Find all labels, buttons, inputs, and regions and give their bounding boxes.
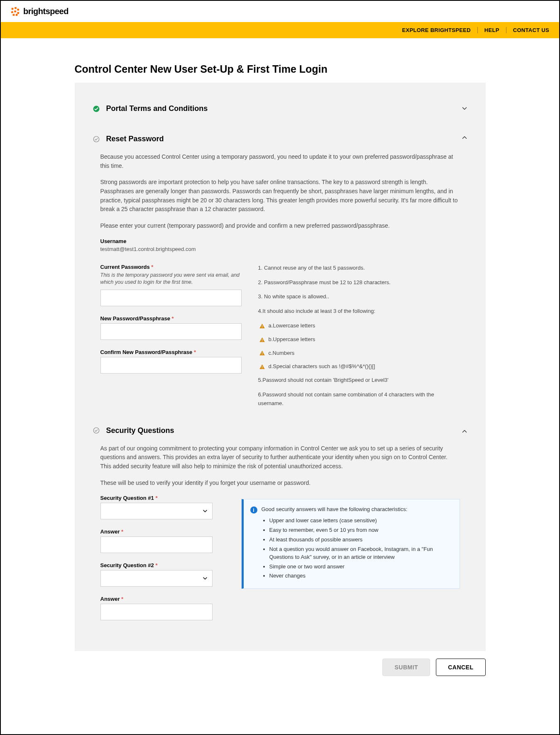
answer-1-input[interactable]	[100, 536, 213, 553]
section-reset-header[interactable]: Reset Password	[75, 122, 486, 152]
reset-paragraph-3: Please enter your current (temporary pas…	[100, 221, 460, 231]
svg-rect-16	[262, 366, 262, 368]
submit-button[interactable]: SUBMIT	[382, 659, 430, 676]
info-bullet: Not a question you would answer on Faceb…	[269, 546, 450, 561]
confirm-password-input[interactable]	[100, 357, 242, 374]
chevron-down-icon	[461, 105, 468, 112]
svg-rect-0	[11, 7, 14, 10]
rule-4c: c.Numbers	[258, 349, 460, 358]
svg-rect-3	[11, 11, 14, 13]
svg-rect-2	[17, 8, 20, 11]
circle-check-outline-icon	[93, 135, 100, 143]
question-1-label: Security Question #1 *	[100, 495, 225, 501]
logo-icon	[11, 7, 20, 16]
chevron-up-icon	[461, 134, 468, 141]
new-password-label: New Password/Passphrase *	[100, 315, 242, 322]
info-bullet: Upper and lower case letters (case sensi…	[269, 517, 450, 525]
nav-explore[interactable]: EXPLORE BRIGHTSPEED	[396, 27, 478, 33]
cancel-button[interactable]: CANCEL	[436, 659, 485, 676]
svg-rect-15	[262, 354, 262, 355]
info-bullet: At least thousands of possible answers	[269, 536, 450, 544]
security-info-box: i Good security answers will have the fo…	[242, 499, 460, 589]
top-nav: EXPLORE BRIGHTSPEED HELP CONTACT US	[1, 22, 559, 38]
svg-rect-6	[12, 14, 15, 16]
form-panel: Portal Terms and Conditions Reset Passwo…	[75, 83, 486, 651]
svg-rect-4	[14, 10, 16, 12]
rule-6: 6.Password should not contain same combi…	[258, 391, 460, 408]
svg-rect-1	[15, 7, 17, 9]
rule-5: 5.Password should not contain 'BrightSpe…	[258, 376, 460, 385]
answer-1-label: Answer *	[100, 529, 225, 535]
warning-icon	[259, 337, 265, 343]
svg-point-9	[93, 136, 99, 142]
current-password-hint: This is the temporary password you were …	[100, 272, 242, 286]
check-circle-icon	[93, 105, 100, 113]
question-1-select[interactable]	[100, 503, 213, 519]
password-rules: 1. Cannot reuse any of the last 5 passwo…	[258, 264, 460, 414]
svg-rect-10	[262, 325, 262, 327]
svg-rect-7	[15, 14, 17, 16]
svg-point-18	[93, 428, 99, 433]
section-reset-title: Reset Password	[106, 135, 164, 143]
warning-icon	[259, 364, 265, 370]
nav-help[interactable]: HELP	[478, 27, 506, 33]
rule-3: 3. No white space is allowed..	[258, 293, 460, 301]
svg-rect-5	[17, 12, 19, 14]
info-icon: i	[250, 506, 257, 514]
svg-rect-12	[262, 339, 262, 340]
section-security-body: As part of our ongoing commitment to pro…	[75, 444, 486, 635]
svg-rect-13	[262, 341, 262, 341]
section-reset-body: Because you accessed Control Center usin…	[75, 152, 486, 419]
svg-rect-14	[262, 353, 262, 354]
warning-icon	[259, 323, 265, 329]
username-value: testmatt@test1.control.brightspeed.com	[100, 246, 460, 252]
circle-check-outline-icon	[93, 427, 100, 434]
rule-4: 4.It should also include at least 3 of t…	[258, 307, 460, 316]
new-password-input[interactable]	[100, 323, 242, 340]
reset-paragraph-1: Because you accessed Control Center usin…	[100, 152, 460, 170]
reset-paragraph-2: Strong passwords are important protectio…	[100, 178, 460, 214]
question-2-label: Security Question #2 *	[100, 562, 225, 568]
section-security-title: Security Questions	[106, 426, 174, 435]
security-paragraph-2: These will be used to verify your identi…	[100, 479, 460, 488]
svg-rect-17	[262, 368, 262, 369]
security-paragraph-1: As part of our ongoing commitment to pro…	[100, 444, 460, 471]
info-bullet: Never changes	[269, 572, 450, 580]
answer-2-input[interactable]	[100, 604, 213, 620]
rule-4b: b.Uppercase letters	[258, 335, 460, 344]
brand-name: brightspeed	[23, 7, 68, 16]
section-security-header[interactable]: Security Questions	[75, 419, 486, 444]
info-box-title: Good security answers will have the foll…	[262, 506, 408, 512]
username-label: Username	[100, 238, 460, 244]
svg-rect-11	[262, 327, 262, 327]
current-password-label: Current Passwords *	[100, 264, 242, 270]
confirm-password-label: Confirm New Password/Passphrase *	[100, 349, 242, 355]
warning-icon	[259, 350, 265, 356]
header: brightspeed	[1, 1, 559, 22]
section-terms-header[interactable]: Portal Terms and Conditions	[75, 94, 486, 122]
section-terms-title: Portal Terms and Conditions	[106, 104, 208, 113]
rule-2: 2. Password/Passphrase must be 12 to 128…	[258, 278, 460, 287]
current-password-input[interactable]	[100, 290, 242, 306]
question-2-select[interactable]	[100, 570, 213, 587]
nav-contact[interactable]: CONTACT US	[506, 27, 549, 33]
rule-1: 1. Cannot reuse any of the last 5 passwo…	[258, 264, 460, 273]
brand-logo: brightspeed	[11, 7, 68, 16]
page-title: Control Center New User Set-Up & First T…	[75, 63, 486, 75]
answer-2-label: Answer *	[100, 596, 225, 602]
action-row: SUBMIT CANCEL	[75, 651, 486, 676]
info-bullet: Easy to remember, even 5 or 10 yrs from …	[269, 526, 450, 534]
chevron-up-icon	[461, 428, 468, 435]
info-bullet: Simple one or two word answer	[269, 563, 450, 571]
rule-4a: a.Lowercase letters	[258, 322, 460, 330]
rule-4d: d.Special characters such as !@#$%^&*(){…	[258, 362, 460, 371]
